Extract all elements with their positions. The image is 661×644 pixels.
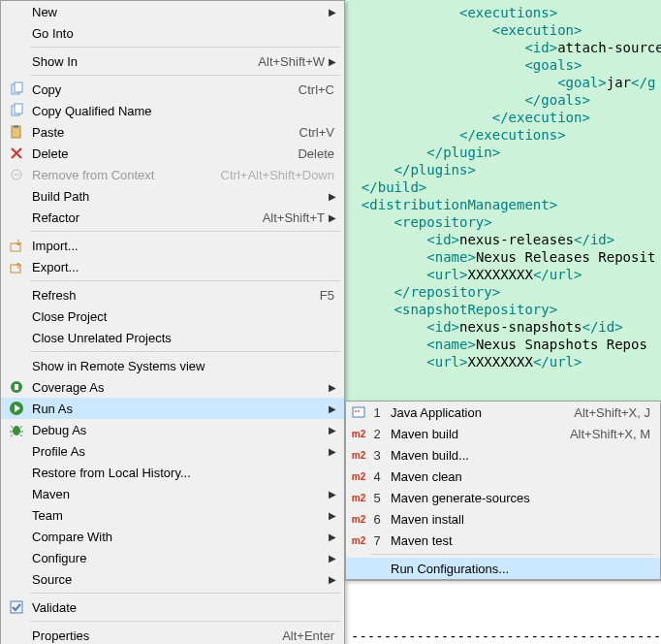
remove-icon bbox=[5, 167, 28, 182]
import-icon bbox=[5, 238, 28, 253]
maven-icon: m2 bbox=[348, 471, 369, 482]
menu-copy-qualified[interactable]: Copy Qualified Name bbox=[1, 100, 344, 121]
export-icon bbox=[5, 259, 28, 274]
maven-icon: m2 bbox=[348, 535, 369, 546]
menu-build-path[interactable]: Build Path ▶ bbox=[1, 185, 344, 207]
submenu-maven-clean[interactable]: m2 4Maven clean bbox=[346, 466, 660, 487]
submenu-maven-install[interactable]: m2 6Maven install bbox=[346, 508, 660, 530]
chevron-right-icon: ▶ bbox=[327, 403, 336, 414]
chevron-right-icon: ▶ bbox=[327, 489, 336, 499]
chevron-right-icon: ▶ bbox=[327, 531, 336, 542]
editor-line: </repository> bbox=[345, 283, 661, 301]
menu-debug-as[interactable]: Debug As ▶ bbox=[1, 419, 344, 440]
chevron-right-icon: ▶ bbox=[327, 574, 336, 585]
editor-line: <url>XXXXXXXX</url> bbox=[345, 353, 661, 370]
console-output: -------------------------------------- F… bbox=[345, 580, 661, 644]
editor-line: <execution> bbox=[345, 21, 661, 39]
paste-icon bbox=[5, 124, 28, 140]
editor-line: <goal>jar</g bbox=[345, 74, 661, 91]
menu-show-in[interactable]: Show In Alt+Shift+W ▶ bbox=[1, 50, 344, 72]
editor-line: <snapshotRepository> bbox=[345, 301, 661, 318]
copy-icon bbox=[5, 81, 28, 97]
editor-line: </plugin> bbox=[345, 144, 661, 161]
menu-copy[interactable]: CopyCtrl+C bbox=[1, 79, 344, 100]
editor-line: </plugins> bbox=[345, 161, 661, 178]
menu-import[interactable]: Import... bbox=[1, 235, 344, 256]
chevron-right-icon: ▶ bbox=[327, 425, 336, 435]
menu-remove-context: Remove from ContextCtrl+Alt+Shift+Down bbox=[1, 164, 344, 185]
svg-rect-14 bbox=[11, 601, 22, 613]
debug-icon bbox=[5, 422, 28, 437]
submenu-maven-generate[interactable]: m2 5Maven generate-sources bbox=[346, 487, 660, 508]
maven-icon: m2 bbox=[348, 429, 369, 439]
editor-line: <distributionManagement> bbox=[345, 196, 661, 213]
svg-point-17 bbox=[358, 410, 360, 412]
submenu-maven-build[interactable]: m2 2Maven build Alt+Shift+X, M bbox=[346, 423, 660, 444]
menu-close-unrelated[interactable]: Close Unrelated Projects bbox=[1, 327, 344, 348]
editor-line: <id>nexus-snapshots</id> bbox=[345, 318, 661, 336]
menu-configure[interactable]: Configure ▶ bbox=[1, 547, 344, 568]
run-icon bbox=[5, 401, 28, 416]
menu-team[interactable]: Team ▶ bbox=[1, 504, 344, 526]
chevron-right-icon: ▶ bbox=[327, 382, 336, 393]
menu-show-remote[interactable]: Show in Remote Systems view bbox=[1, 355, 344, 376]
svg-rect-1 bbox=[15, 82, 22, 92]
submenu-maven-build-dots[interactable]: m2 3Maven build... bbox=[346, 444, 660, 466]
menu-close-project[interactable]: Close Project bbox=[1, 306, 344, 327]
chevron-right-icon: ▶ bbox=[327, 191, 336, 202]
menu-compare-with[interactable]: Compare With ▶ bbox=[1, 526, 344, 547]
svg-rect-5 bbox=[14, 125, 18, 128]
chevron-right-icon: ▶ bbox=[327, 510, 336, 521]
menu-refactor[interactable]: Refactor Alt+Shift+T ▶ bbox=[1, 207, 344, 228]
menu-separator bbox=[30, 47, 340, 48]
editor-line: </build> bbox=[345, 178, 661, 196]
chevron-right-icon: ▶ bbox=[327, 446, 336, 457]
editor-line: </goals> bbox=[345, 91, 661, 109]
svg-point-16 bbox=[355, 410, 357, 412]
editor-line: <id>nexus-releases</id> bbox=[345, 231, 661, 248]
menu-new[interactable]: New ▶ bbox=[1, 1, 344, 22]
java-icon bbox=[348, 404, 369, 420]
maven-icon: m2 bbox=[348, 450, 369, 461]
submenu-run-configurations[interactable]: Run Configurations... bbox=[346, 558, 660, 579]
editor-line: </executions> bbox=[345, 126, 661, 144]
menu-go-into[interactable]: Go Into bbox=[1, 22, 344, 44]
submenu-index: 1 bbox=[369, 405, 385, 420]
menu-coverage-as[interactable]: Coverage As ▶ bbox=[1, 376, 344, 398]
chevron-right-icon: ▶ bbox=[327, 212, 336, 223]
console-divider: -------------------------------------- bbox=[351, 629, 661, 643]
delete-icon bbox=[5, 145, 28, 161]
menu-properties[interactable]: Properties Alt+Enter bbox=[1, 625, 344, 644]
submenu-maven-test[interactable]: m2 7Maven test bbox=[346, 530, 660, 551]
menu-refresh[interactable]: RefreshF5 bbox=[1, 284, 344, 306]
chevron-right-icon: ▶ bbox=[327, 7, 336, 17]
editor-line: <goals> bbox=[345, 56, 661, 74]
coverage-icon bbox=[5, 379, 28, 395]
editor-line: <executions> bbox=[345, 4, 661, 21]
context-menu: New ▶ Go Into Show In Alt+Shift+W ▶ Copy… bbox=[0, 0, 345, 644]
chevron-right-icon: ▶ bbox=[327, 56, 336, 67]
svg-rect-10 bbox=[15, 384, 18, 390]
menu-profile-as[interactable]: Profile As ▶ bbox=[1, 440, 344, 462]
copy-icon bbox=[5, 103, 28, 118]
menu-source[interactable]: Source ▶ bbox=[1, 568, 344, 590]
submenu-java-app[interactable]: 1 Java Application Alt+Shift+X, J bbox=[346, 402, 660, 423]
svg-rect-3 bbox=[15, 104, 22, 113]
validate-icon bbox=[5, 599, 28, 615]
menu-restore[interactable]: Restore from Local History... bbox=[1, 462, 344, 483]
menu-paste[interactable]: PasteCtrl+V bbox=[1, 121, 344, 143]
editor-line: <url>XXXXXXXX</url> bbox=[345, 266, 661, 283]
menu-delete[interactable]: DeleteDelete bbox=[1, 143, 344, 164]
menu-maven[interactable]: Maven ▶ bbox=[1, 483, 344, 504]
editor-line: <repository> bbox=[345, 213, 661, 231]
editor-line: </execution> bbox=[345, 109, 661, 126]
menu-export[interactable]: Export... bbox=[1, 256, 344, 277]
svg-point-13 bbox=[13, 426, 20, 435]
editor-line: <name>Nexus Releases Reposit bbox=[345, 248, 661, 266]
editor-line: <name>Nexus Snapshots Repos bbox=[345, 336, 661, 353]
menu-run-as[interactable]: Run As ▶ bbox=[1, 398, 344, 419]
menu-separator bbox=[371, 554, 654, 555]
menu-validate[interactable]: Validate bbox=[1, 596, 344, 618]
chevron-right-icon: ▶ bbox=[327, 553, 336, 564]
maven-icon: m2 bbox=[348, 514, 369, 525]
